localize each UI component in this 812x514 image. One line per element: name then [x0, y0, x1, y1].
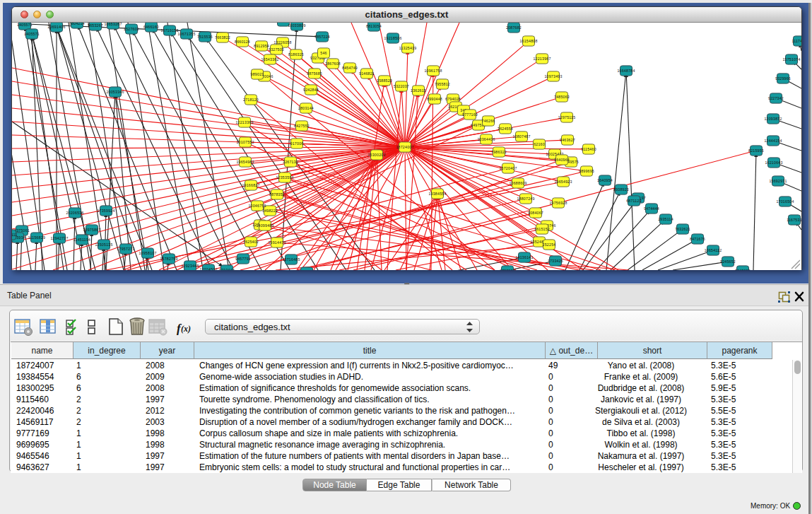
svg-text:3267130: 3267130 — [283, 160, 298, 164]
svg-text:16782759: 16782759 — [160, 257, 177, 261]
svg-text:9146821: 9146821 — [359, 71, 375, 76]
svg-text:1588520: 1588520 — [377, 78, 392, 83]
svg-text:7625402: 7625402 — [243, 240, 259, 244]
svg-text:9463627: 9463627 — [560, 138, 575, 142]
svg-text:11325419: 11325419 — [399, 46, 417, 50]
svg-text:14099489: 14099489 — [256, 223, 273, 228]
svg-text:8215955: 8215955 — [748, 148, 764, 153]
svg-text:19654923: 19654923 — [554, 180, 572, 184]
svg-text:10807487: 10807487 — [512, 134, 530, 139]
svg-text:62160: 62160 — [534, 142, 545, 146]
svg-text:2803144: 2803144 — [298, 106, 314, 110]
svg-text:2867608: 2867608 — [325, 62, 341, 66]
svg-text:30975867: 30975867 — [83, 228, 100, 232]
svg-text:1615152: 1615152 — [534, 227, 550, 231]
svg-text:19756928: 19756928 — [549, 201, 567, 205]
svg-text:9242848: 9242848 — [303, 88, 319, 92]
svg-text:2718120: 2718120 — [243, 98, 259, 102]
svg-text:8912954: 8912954 — [254, 44, 269, 48]
svg-text:16154808: 16154808 — [519, 39, 537, 43]
svg-text:8938923: 8938923 — [613, 187, 629, 192]
svg-text:17957273: 17957273 — [117, 247, 134, 251]
svg-text:7515536: 7515536 — [197, 35, 213, 39]
svg-text:7485063: 7485063 — [554, 95, 570, 99]
svg-text:7857224: 7857224 — [314, 35, 330, 39]
svg-text:17359924: 17359924 — [97, 209, 114, 213]
svg-text:1117404: 1117404 — [792, 39, 801, 43]
svg-text:15692971: 15692971 — [769, 179, 787, 183]
svg-text:20206536: 20206536 — [66, 211, 83, 215]
svg-text:13226058: 13226058 — [273, 40, 291, 45]
svg-text:12213369: 12213369 — [235, 120, 253, 124]
svg-text:15751074: 15751074 — [782, 57, 800, 62]
svg-text:8427552: 8427552 — [294, 124, 310, 128]
svg-text:8813054: 8813054 — [366, 24, 382, 28]
svg-text:252254: 252254 — [543, 243, 556, 247]
svg-text:1167531: 1167531 — [787, 218, 801, 222]
svg-text:3875685: 3875685 — [307, 71, 322, 76]
svg-text:9084067: 9084067 — [528, 211, 543, 215]
svg-text:16914479: 16914479 — [268, 240, 286, 245]
svg-text:20053346: 20053346 — [106, 90, 124, 94]
svg-text:8990448: 8990448 — [427, 97, 442, 101]
svg-text:9327503: 9327503 — [269, 47, 284, 52]
svg-text:9329966: 9329966 — [775, 76, 791, 81]
svg-text:10961758: 10961758 — [424, 69, 442, 73]
svg-text:19166827: 19166827 — [242, 183, 259, 187]
svg-text:8471676: 8471676 — [690, 237, 705, 241]
svg-text:1640954: 1640954 — [597, 178, 613, 182]
svg-text:7986322: 7986322 — [491, 150, 507, 154]
svg-text:9227342: 9227342 — [768, 96, 784, 100]
svg-text:12024502: 12024502 — [199, 267, 217, 270]
svg-text:3624554: 3624554 — [498, 127, 513, 131]
svg-text:2935114: 2935114 — [658, 217, 673, 221]
svg-text:10719155: 10719155 — [160, 28, 178, 33]
svg-text:12444154: 12444154 — [764, 139, 782, 143]
svg-text:20364436: 20364436 — [477, 137, 495, 141]
svg-text:9115460: 9115460 — [581, 147, 596, 151]
svg-text:10973493: 10973493 — [544, 74, 562, 78]
svg-text:15716485: 15716485 — [282, 257, 300, 262]
svg-text:(x): (x) — [181, 324, 191, 334]
svg-text:25300203: 25300203 — [367, 153, 385, 157]
svg-text:20691406: 20691406 — [47, 25, 65, 29]
svg-text:9245099: 9245099 — [735, 269, 751, 270]
svg-text:10033809: 10033809 — [288, 23, 305, 28]
svg-text:9899695: 9899695 — [579, 169, 594, 173]
svg-text:1405571: 1405571 — [24, 32, 40, 36]
svg-text:8660124: 8660124 — [235, 40, 250, 44]
svg-text:10107552: 10107552 — [236, 140, 254, 144]
svg-text:9474444: 9474444 — [644, 206, 659, 211]
svg-text:16543362: 16543362 — [261, 57, 278, 62]
svg-text:15720407: 15720407 — [499, 166, 517, 170]
svg-text:6794028: 6794028 — [445, 97, 461, 101]
svg-text:18807249: 18807249 — [517, 197, 534, 201]
svg-text:9245652: 9245652 — [720, 259, 736, 264]
svg-text:917006: 917006 — [290, 141, 304, 146]
svg-text:5322037: 5322037 — [394, 84, 409, 88]
svg-text:14136141: 14136141 — [515, 255, 533, 259]
svg-text:1640964: 1640964 — [554, 158, 570, 162]
svg-text:2087682: 2087682 — [506, 25, 522, 30]
svg-text:17016504: 17016504 — [776, 199, 794, 204]
svg-text:989021: 989021 — [251, 72, 264, 76]
svg-text:9457791: 9457791 — [235, 257, 251, 261]
svg-text:1733988: 1733988 — [500, 269, 515, 270]
svg-text:12093872: 12093872 — [764, 117, 782, 121]
svg-text:12505135: 12505135 — [95, 243, 112, 247]
svg-text:9310442: 9310442 — [219, 268, 235, 270]
svg-text:5498222: 5498222 — [262, 209, 278, 213]
svg-text:10688609: 10688609 — [509, 181, 526, 185]
svg-text:10654112: 10654112 — [705, 248, 722, 252]
svg-text:1405571: 1405571 — [17, 23, 33, 27]
svg-text:546: 546 — [320, 51, 326, 55]
svg-text:8878352: 8878352 — [269, 192, 285, 197]
svg-text:10671355: 10671355 — [177, 32, 195, 36]
svg-text:18724007: 18724007 — [396, 145, 413, 149]
svg-text:12353594: 12353594 — [276, 175, 293, 180]
svg-text:12975115: 12975115 — [558, 115, 576, 119]
svg-text:19218506: 19218506 — [384, 36, 401, 40]
svg-text:7663822: 7663822 — [215, 35, 230, 40]
svg-text:6871123: 6871123 — [626, 199, 642, 203]
svg-text:7632621: 7632621 — [675, 227, 690, 231]
